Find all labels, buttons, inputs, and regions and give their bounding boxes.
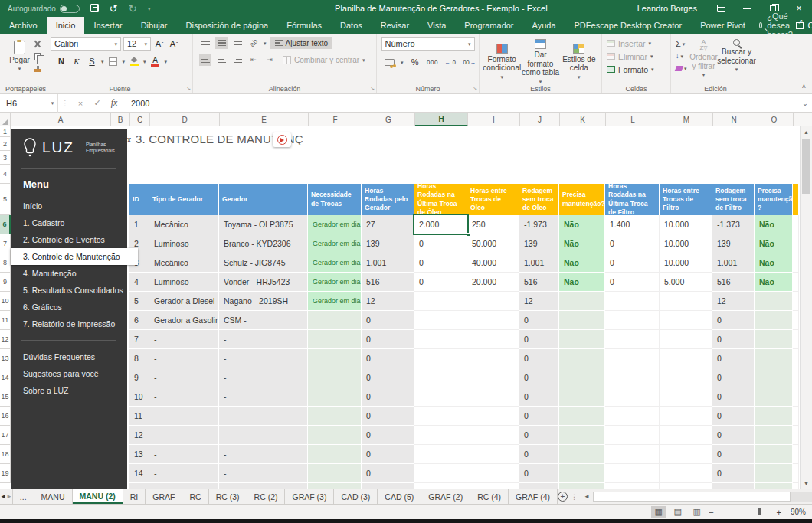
font-color-button[interactable]: A bbox=[149, 55, 162, 67]
cell-r10-c6[interactable] bbox=[414, 387, 467, 407]
sheet-tab-rc-2[interactable]: RC (2) bbox=[247, 489, 286, 504]
cell-r2-c4[interactable]: Gerador em dia bbox=[308, 234, 362, 253]
cell-r6-c9[interactable] bbox=[559, 311, 605, 330]
cell-r9-c5[interactable]: 0 bbox=[362, 368, 414, 387]
cell-r8-c9[interactable] bbox=[559, 349, 605, 368]
cell-r15-c6[interactable] bbox=[414, 483, 467, 489]
comma-style-button[interactable]: 000 bbox=[427, 56, 439, 68]
cell-r1-c10[interactable]: 1.400 bbox=[605, 215, 660, 234]
column-header-d[interactable]: D bbox=[150, 113, 220, 126]
zoom-level[interactable]: 90% bbox=[786, 508, 806, 516]
cell-r3-c13[interactable]: Não bbox=[755, 253, 793, 273]
hscroll-track[interactable] bbox=[593, 492, 812, 502]
sheet-nav-left-icon[interactable]: ◄ bbox=[0, 489, 6, 504]
sheet-tab-manu[interactable]: MANU bbox=[34, 489, 73, 504]
cell-r7-c1[interactable]: 7 bbox=[129, 330, 149, 349]
cell-r14-c7[interactable] bbox=[467, 464, 519, 483]
row-header-9[interactable]: 9 bbox=[0, 273, 11, 292]
clear-button[interactable]: ▾ bbox=[674, 63, 689, 74]
cell-r7-c7[interactable] bbox=[467, 330, 519, 349]
cell-r2-c11[interactable]: 10.000 bbox=[660, 234, 712, 253]
cell-r8-c13[interactable] bbox=[755, 349, 793, 368]
cell-styles-button[interactable]: Estilos de celda ▾ bbox=[560, 41, 598, 80]
cell-r2-c7[interactable]: 50.000 bbox=[467, 234, 519, 253]
normal-view-button[interactable]: ▦ bbox=[651, 506, 666, 518]
cell-r2-c5[interactable]: 139 bbox=[362, 234, 414, 253]
zoom-in-button[interactable]: + bbox=[777, 508, 781, 517]
cell-r7-c4[interactable] bbox=[308, 330, 362, 349]
cell-r11-c3[interactable]: - bbox=[219, 407, 308, 426]
cell-r8-c8[interactable]: 0 bbox=[519, 349, 559, 368]
cell-r9-c11[interactable] bbox=[660, 368, 712, 387]
cell-r12-c8[interactable]: 0 bbox=[519, 426, 559, 445]
cell-r4-c1[interactable]: 4 bbox=[129, 273, 149, 292]
cell-r10-c2[interactable]: - bbox=[149, 387, 219, 407]
confirm-entry-button[interactable]: ✓ bbox=[89, 98, 106, 108]
cut-button[interactable] bbox=[31, 39, 44, 49]
cell-r9-c10[interactable] bbox=[605, 368, 660, 387]
find-select-button[interactable]: Buscar y seleccionar ▾ bbox=[719, 37, 755, 72]
increase-decimal-button[interactable]: ←.0 bbox=[444, 56, 457, 68]
cell-r8-c3[interactable]: - bbox=[219, 349, 308, 368]
qat-customize-button[interactable]: ▾ bbox=[148, 5, 151, 12]
grow-font-button[interactable]: Aˆ bbox=[153, 38, 165, 50]
cell-r6-c5[interactable]: 0 bbox=[362, 311, 414, 330]
sheet-tab-ri[interactable]: RI bbox=[123, 489, 146, 504]
cell-r10-c9[interactable] bbox=[559, 387, 605, 407]
column-header-f[interactable]: F bbox=[309, 113, 362, 126]
italic-button[interactable]: K bbox=[70, 55, 83, 67]
cell-r11-c5[interactable]: 0 bbox=[362, 407, 414, 426]
cell-r11-c10[interactable] bbox=[605, 407, 660, 426]
sheet-nav-right-icon[interactable]: ► bbox=[6, 489, 12, 504]
ribbon-tab-archivo[interactable]: Archivo bbox=[0, 17, 47, 34]
cell-r9-c12[interactable]: 0 bbox=[712, 368, 755, 387]
cell-r12-c2[interactable]: - bbox=[149, 426, 219, 445]
ribbon-tab-power-pivot[interactable]: Power Pivot bbox=[691, 17, 755, 34]
sidebar-item-sugest-es-para-voc[interactable]: Sugestões para você bbox=[11, 365, 127, 382]
cell-r5-c1[interactable]: 5 bbox=[129, 292, 149, 311]
row-header-11[interactable]: 11 bbox=[0, 311, 11, 330]
cell-r3-c2[interactable]: Mecânico bbox=[149, 253, 219, 273]
cell-r7-c3[interactable]: - bbox=[219, 330, 308, 349]
cell-r7-c9[interactable] bbox=[559, 330, 605, 349]
cell-r15-c5[interactable]: 0 bbox=[362, 483, 414, 489]
hscroll-thumb[interactable] bbox=[593, 492, 791, 502]
cell-r5-c10[interactable] bbox=[605, 292, 660, 311]
cell-r5-c9[interactable] bbox=[559, 292, 605, 311]
cell-r10-c4[interactable] bbox=[308, 387, 362, 407]
cell-r4-c10[interactable]: 0 bbox=[605, 273, 660, 292]
cell-r11-c2[interactable]: - bbox=[149, 407, 219, 426]
orientation-button[interactable]: ab bbox=[247, 37, 260, 49]
cell-r1-c12[interactable]: -1.373 bbox=[712, 215, 755, 234]
cell-r9-c2[interactable]: - bbox=[149, 368, 219, 387]
cell-r9-c1[interactable]: 9 bbox=[129, 368, 149, 387]
format-cells-button[interactable]: Formato▾ bbox=[605, 63, 667, 76]
cell-r1-c1[interactable]: 1 bbox=[129, 215, 149, 234]
row-header-15[interactable]: 15 bbox=[0, 387, 11, 407]
ribbon-tab-insertar[interactable]: Insertar bbox=[84, 17, 131, 34]
column-header-m[interactable]: M bbox=[660, 113, 713, 126]
cell-r11-c11[interactable] bbox=[660, 407, 712, 426]
cell-r4-c6[interactable]: 0 bbox=[414, 273, 467, 292]
cell-r4-c13[interactable]: Não bbox=[755, 273, 793, 292]
cell-r4-c7[interactable]: 20.000 bbox=[467, 273, 519, 292]
cell-r1-c8[interactable]: -1.973 bbox=[519, 215, 559, 234]
cell-r12-c9[interactable] bbox=[559, 426, 605, 445]
cell-r6-c7[interactable] bbox=[467, 311, 519, 330]
cell-r8-c7[interactable] bbox=[467, 349, 519, 368]
align-top-button[interactable] bbox=[199, 37, 211, 49]
dialog-launcher-icon[interactable]: ↘ bbox=[473, 86, 477, 92]
number-format-combo[interactable]: Número▾ bbox=[381, 37, 475, 51]
cell-r14-c6[interactable] bbox=[414, 464, 467, 483]
cell-r6-c8[interactable]: 0 bbox=[519, 311, 559, 330]
row-header-17[interactable]: 17 bbox=[0, 426, 11, 445]
cell-r14-c5[interactable]: 0 bbox=[362, 464, 414, 483]
ribbon-tab-vista[interactable]: Vista bbox=[418, 17, 455, 34]
row-header-13[interactable]: 13 bbox=[0, 349, 11, 368]
sidebar-item-sobre-a-luz[interactable]: Sobre a LUZ bbox=[11, 382, 127, 399]
column-header-o[interactable]: O bbox=[755, 113, 794, 126]
row-header-18[interactable]: 18 bbox=[0, 445, 11, 464]
sidebar-item-in-cio[interactable]: Início bbox=[11, 198, 127, 214]
selected-cell-outline[interactable] bbox=[413, 214, 469, 235]
cell-r14-c3[interactable]: - bbox=[219, 464, 308, 483]
